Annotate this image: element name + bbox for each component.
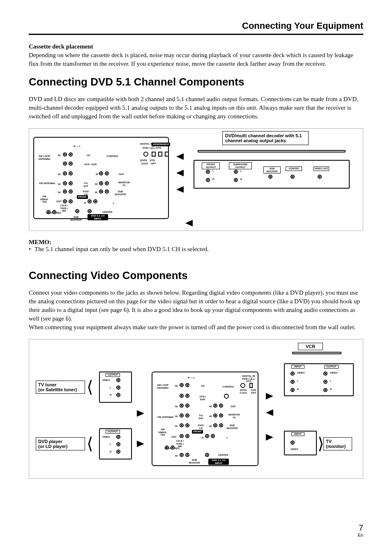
l-label: L — [212, 170, 214, 173]
jack-icon — [206, 170, 210, 174]
jack-row — [180, 383, 189, 387]
vcr-dvr-label: VCR / DVR — [198, 395, 207, 401]
jack-row — [213, 413, 223, 418]
subwoofer-label: SUB WOOFER — [189, 459, 200, 464]
receiver-rear-panel: AM LOOP ANTENNA FM ANTENNA FM UNBAL 75Ω … — [152, 372, 258, 466]
jack-row — [205, 434, 215, 438]
video-body: Connect your video components to the jac… — [29, 289, 363, 332]
device-top-icon — [198, 150, 346, 152]
out-label: OUT — [56, 200, 62, 203]
video-heading: Connecting Video Components — [29, 269, 363, 282]
arrow-left-icon — [176, 153, 184, 160]
memo-item: The 5.1 channel input can only be used w… — [29, 246, 363, 253]
subwoofer-label: SUB WOOFER — [70, 216, 82, 221]
jack-icon — [205, 453, 209, 457]
jack-icon — [116, 450, 120, 454]
in-label: IN — [58, 191, 60, 194]
fm-antenna-label: FM ANTENNA — [156, 416, 175, 419]
out-label: OUT — [171, 436, 177, 439]
l-label: L — [297, 380, 299, 383]
cdr-tape-md-label: CD-R / TAPE / MD — [59, 204, 69, 212]
dvd51-diagram: DVD/multi channel decoder with 5.1 chann… — [29, 128, 363, 231]
cdr-tape-md-label: CD-R / TAPE / MD — [175, 440, 185, 448]
l-label: L — [110, 386, 111, 389]
in-label: IN — [209, 405, 212, 408]
coax-label: COAX — [141, 162, 148, 165]
output-label: OUTPUT — [106, 430, 120, 434]
rec-label: REC — [56, 212, 62, 215]
jack-row — [213, 404, 223, 408]
jack-row — [180, 434, 189, 438]
jack-row — [63, 171, 73, 175]
brace-icon: ⟨ — [87, 377, 93, 397]
dvd-coax-label: (DVD) COAX — [238, 389, 249, 394]
tv-tuner-label: TV tuner (or Satellite tuner) — [36, 381, 85, 394]
jack-row — [165, 446, 175, 450]
input-label: INPUT — [291, 432, 304, 436]
jack-icon — [291, 372, 295, 376]
jack-row — [46, 210, 56, 214]
fm-antenna-label: FM ANTENNA — [37, 182, 57, 185]
jack-row — [180, 453, 189, 457]
tv-monitor-rear-panel: INPUT VIDEO — [284, 431, 317, 455]
receiver-rear-panel: AM LOOP ANTENNA FM ANTENNA FM UNBAL 75Ω … — [33, 137, 169, 219]
dvd-ld-label: DVD/ LD — [197, 424, 205, 429]
dvd-player-label: DVD player (or LD player) — [36, 437, 85, 450]
chapter-title: Connecting Your Equipment — [242, 21, 363, 31]
rec-label: REC — [175, 447, 180, 450]
video-jack-label: VIDEO — [102, 379, 110, 382]
jack-icon — [88, 209, 92, 213]
arrow-left-icon — [266, 409, 273, 416]
dvd51-heading: Connecting DVD 5.1 Channel Components — [29, 76, 363, 88]
vcr-top-icon — [292, 352, 341, 354]
in-label: IN — [95, 183, 97, 186]
assignable-label: ASSIGNABLE — [152, 143, 170, 146]
jack-icon — [206, 178, 210, 182]
jack-icon — [323, 372, 327, 376]
jack-row — [213, 423, 223, 427]
jack-icon — [116, 393, 120, 397]
arrow-left-icon — [185, 220, 193, 226]
jack-icon — [143, 152, 148, 157]
dvd-player-rear-panel: OUTPUT VIDEO L R — [99, 428, 132, 459]
video-jack-label: VIDEO — [102, 436, 110, 439]
jack-icon — [116, 435, 120, 439]
r-label: R — [297, 388, 299, 391]
jack-row — [180, 423, 189, 427]
front-label: FRONT — [77, 195, 88, 199]
control-label: CONTROL — [222, 385, 235, 388]
jack-icon — [116, 385, 120, 390]
tv-sat-label: TV/ SAT — [198, 414, 204, 420]
video-jack-label: VIDEO — [291, 448, 298, 451]
l-label: L — [113, 202, 115, 205]
jack-icon — [318, 175, 322, 179]
control-label: CONTROL — [106, 155, 119, 158]
in-label: IN — [95, 191, 97, 194]
arrow-right-icon — [137, 441, 144, 447]
in-label: IN — [175, 425, 178, 428]
subwoofer-label: SUB WOOFER — [115, 190, 126, 196]
am-loop-label: AM LOOP ANTENNA — [37, 155, 51, 160]
in-label: IN — [58, 154, 60, 157]
jack-icon — [75, 209, 79, 213]
l-label: L — [330, 380, 332, 383]
video-diagram: VCR INPUT OUTPUT VIDEO L R VIDEO L R TV … — [29, 339, 363, 479]
l-label: L — [240, 170, 242, 173]
fm-unbal-label: FM UNBAL 75Ω — [157, 428, 169, 436]
r-label: R — [240, 178, 242, 181]
fm-unbal-label: FM UNBAL 75Ω — [38, 195, 51, 203]
output-label: OUTPUT — [106, 373, 120, 377]
optical-jack-icon — [152, 152, 156, 157]
monitor-tv-label: MONITOR TV — [227, 413, 241, 419]
cd-label: CD — [201, 385, 205, 388]
dvd51-input-label: DVD 5.1 CH INPUT — [208, 459, 229, 465]
front-output-label: FRONT OUTPUT — [202, 162, 220, 169]
am-loop-label: AM LOOP ANTENNA — [156, 384, 170, 389]
r-label: R — [110, 450, 111, 453]
jack-row — [99, 181, 109, 185]
in-label: IN — [175, 385, 178, 388]
vcr-rear-panel: INPUT OUTPUT VIDEO L R VIDEO L R — [284, 363, 354, 396]
brace-icon: ⟨ — [87, 434, 93, 453]
jack-row — [63, 162, 73, 166]
in-label: IN — [209, 415, 212, 418]
